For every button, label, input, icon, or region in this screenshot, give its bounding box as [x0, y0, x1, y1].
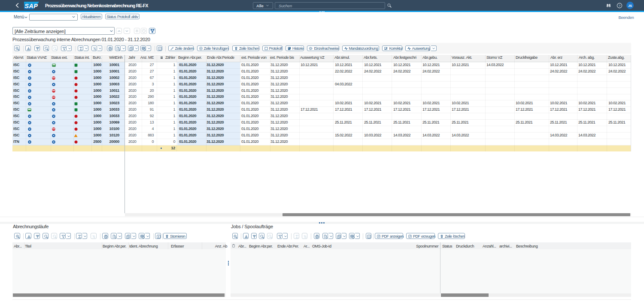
svg-text:SAP: SAP: [24, 3, 38, 9]
svg-text:?: ?: [619, 3, 620, 7]
svg-text:JS: JS: [628, 4, 632, 8]
